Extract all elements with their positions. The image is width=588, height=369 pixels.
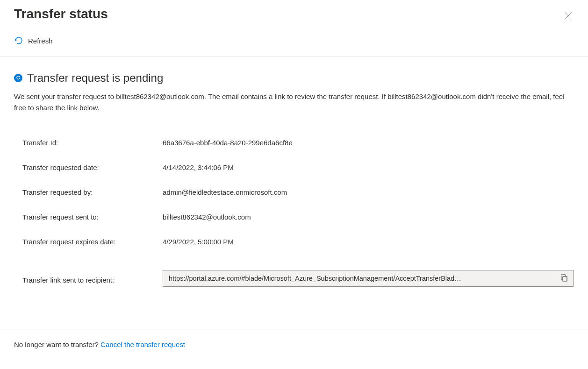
detail-label: Transfer request sent to: — [22, 213, 163, 221]
detail-label: Transfer request expires date: — [22, 238, 163, 246]
copy-icon — [560, 274, 568, 282]
transfer-link-input[interactable] — [169, 275, 556, 282]
detail-label: Transfer link sent to recipient: — [22, 273, 163, 284]
refresh-icon — [14, 36, 23, 45]
detail-row-transfer-link: Transfer link sent to recipient: — [22, 254, 574, 295]
detail-value: admin@fieldledtestace.onmicrosoft.com — [163, 188, 287, 196]
detail-label: Transfer requested by: — [22, 188, 163, 196]
detail-row-transfer-id: Transfer Id: 66a3676a-ebbf-40da-8a20-299… — [22, 130, 574, 155]
close-button[interactable] — [563, 10, 574, 23]
detail-value: billtest862342@outlook.com — [163, 213, 251, 221]
detail-value: 4/29/2022, 5:00:00 PM — [163, 238, 234, 246]
footer-text: No longer want to transfer? — [14, 341, 100, 348]
detail-row-requested-by: Transfer requested by: admin@fieldledtes… — [22, 180, 574, 205]
detail-row-sent-to: Transfer request sent to: billtest862342… — [22, 205, 574, 229]
refresh-label: Refresh — [28, 37, 53, 45]
status-title: Transfer request is pending — [27, 71, 163, 85]
detail-row-expires-date: Transfer request expires date: 4/29/2022… — [22, 229, 574, 254]
transfer-link-field-wrap — [163, 270, 574, 287]
page-title: Transfer status — [14, 7, 108, 21]
copy-link-button[interactable] — [559, 273, 569, 284]
cancel-transfer-link[interactable]: Cancel the transfer request — [100, 341, 185, 348]
status-description: We sent your transfer request to billtes… — [14, 91, 574, 114]
pending-status-icon — [14, 74, 22, 82]
detail-row-requested-date: Transfer requested date: 4/14/2022, 3:44… — [22, 155, 574, 180]
close-icon — [565, 12, 572, 20]
detail-value: 4/14/2022, 3:44:06 PM — [163, 163, 234, 171]
detail-label: Transfer requested date: — [22, 163, 163, 171]
refresh-button[interactable]: Refresh — [14, 36, 53, 45]
svg-rect-2 — [563, 276, 567, 281]
detail-value: 66a3676a-ebbf-40da-8a20-299e6da6cf8e — [163, 139, 293, 147]
detail-label: Transfer Id: — [22, 139, 163, 147]
